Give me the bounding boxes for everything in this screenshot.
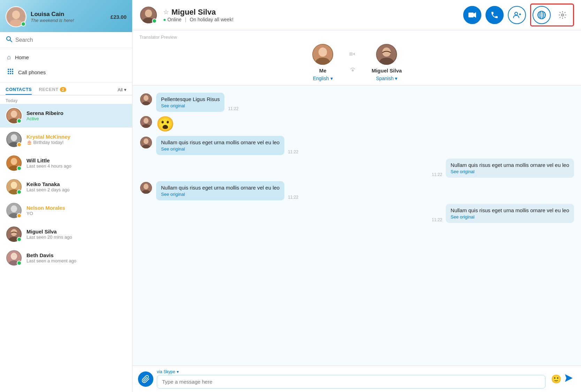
list-item[interactable]: Keiko Tanaka Last seen 2 days ago <box>0 175 132 199</box>
profile-balance: £23.00 <box>110 14 127 20</box>
list-item[interactable]: Will Little Last seen 4 hours ago <box>0 151 132 175</box>
send-button[interactable] <box>564 374 573 385</box>
see-original-link[interactable]: See original <box>451 214 569 220</box>
svg-line-4 <box>10 40 12 42</box>
contact-status: Last seen 4 hours ago <box>26 163 127 169</box>
input-actions: 🙂 <box>549 374 575 385</box>
message-avatar <box>139 93 153 106</box>
contact-name: Serena Ribeiro <box>26 110 127 116</box>
status-indicator <box>17 261 22 266</box>
list-item[interactable]: Nelson Morales YO <box>0 199 132 222</box>
status-indicator <box>17 213 22 218</box>
tab-all[interactable]: All ▾ <box>118 87 127 92</box>
add-contact-button[interactable] <box>508 6 526 24</box>
contact-info: Beth Davis Last seen a moment ago <box>26 252 127 263</box>
sidebar-item-home[interactable]: ⌂ Home <box>0 50 132 64</box>
contact-avatar-miguel <box>6 226 22 243</box>
tab-recent[interactable]: RECENT2 <box>39 85 66 95</box>
message-bubble: Nullam quis risus eget urna mollis ornar… <box>156 136 284 155</box>
table-row: Nullam quis risus eget urna mollis ornar… <box>139 204 574 223</box>
see-original-link[interactable]: See original <box>161 103 220 108</box>
audio-call-button[interactable] <box>486 6 504 24</box>
dialpad-icon <box>7 68 14 77</box>
contact-avatar-beth <box>6 249 22 266</box>
my-profile-avatar[interactable] <box>6 6 26 27</box>
settings-button[interactable] <box>553 6 572 24</box>
profile-bar: Louisa Cain The weekend is here! £23.00 <box>0 0 132 32</box>
search-input[interactable] <box>15 37 127 43</box>
chevron-down-icon[interactable]: ▾ <box>177 369 179 374</box>
svg-point-10 <box>12 71 13 72</box>
emoji-message: 😮 <box>156 115 174 132</box>
contact-info: Miguel Silva Last seen 20 mins ago <box>26 229 127 240</box>
svg-point-65 <box>144 138 148 144</box>
contact-name: Keiko Tanaka <box>26 181 127 187</box>
contact-info: Keiko Tanaka Last seen 2 days ago <box>26 181 127 192</box>
message-avatar <box>139 115 153 129</box>
translator-button[interactable] <box>533 6 551 24</box>
translator-row: Me English ▾ Miguel Silva Spanish ▾ <box>139 43 574 81</box>
input-bar: via Skype ▾ 🙂 <box>132 366 581 392</box>
nav-items: ⌂ Home Call phones <box>0 48 132 83</box>
see-original-link[interactable]: See original <box>161 146 280 152</box>
table-row: Nullam quis risus eget urna mollis ornar… <box>139 136 574 155</box>
svg-marker-70 <box>565 374 573 382</box>
svg-point-27 <box>11 205 17 212</box>
svg-rect-38 <box>468 13 474 17</box>
svg-point-6 <box>10 69 11 70</box>
svg-point-1 <box>12 10 20 19</box>
skype-link[interactable]: Skype <box>163 369 175 374</box>
recent-badge: 2 <box>60 87 67 92</box>
svg-marker-39 <box>474 12 476 18</box>
tab-contacts[interactable]: CONTACTS <box>6 85 32 95</box>
contact-list: Today Serena Ribeiro Active <box>0 95 132 392</box>
translator-toolbar-highlight <box>530 3 574 26</box>
svg-point-50 <box>319 47 327 56</box>
svg-point-18 <box>11 134 17 141</box>
translator-me-lang[interactable]: English ▾ <box>313 76 333 81</box>
svg-point-13 <box>12 73 13 74</box>
contact-avatar-krystal <box>6 131 22 148</box>
svg-point-68 <box>144 184 148 189</box>
see-original-link[interactable]: See original <box>161 192 280 197</box>
list-item[interactable]: Miguel Silva Last seen 20 mins ago <box>0 222 132 246</box>
contact-info: Nelson Morales YO <box>26 205 127 216</box>
sidebar-item-call-phones[interactable]: Call phones <box>0 64 132 80</box>
attach-button[interactable] <box>138 371 153 387</box>
sidebar: Louisa Cain The weekend is here! £23.00 … <box>0 0 132 392</box>
star-icon[interactable]: ☆ <box>163 8 169 16</box>
chevron-down-icon: ▾ <box>395 76 397 81</box>
list-item[interactable]: Krystal McKinney 🎂 Birthday today! <box>0 128 132 151</box>
search-icon <box>6 36 13 44</box>
translator-me: Me English ▾ <box>312 43 334 81</box>
svg-point-24 <box>11 182 17 189</box>
emoji-button[interactable]: 🙂 <box>551 374 561 384</box>
message-bubble: Pellentesque Ligus Risus See original <box>156 93 224 112</box>
translator-icons <box>348 51 358 74</box>
list-item[interactable]: Beth Davis Last seen a moment ago <box>0 246 132 270</box>
see-original-link[interactable]: See original <box>451 169 569 174</box>
message-bubble: Nullam quis risus eget urna mollis ornar… <box>156 181 284 200</box>
message-avatar <box>139 181 153 194</box>
contact-name: Nelson Morales <box>26 205 127 211</box>
svg-rect-52 <box>349 52 353 56</box>
message-time: 11:22 <box>228 106 238 112</box>
message-avatar <box>139 136 153 149</box>
translator-them-lang[interactable]: Spanish ▾ <box>376 76 398 81</box>
message-text: Nullam quis risus eget urna mollis ornar… <box>451 162 569 168</box>
message-time: 11:22 <box>288 149 298 155</box>
video-call-button[interactable] <box>463 6 481 24</box>
message-input[interactable] <box>157 375 545 389</box>
table-row: Nullam quis risus eget urna mollis ornar… <box>139 181 574 200</box>
chat-contact-name: ☆ Miguel Silva <box>163 8 458 17</box>
list-item[interactable]: Serena Ribeiro Active <box>0 104 132 128</box>
svg-point-40 <box>515 12 518 15</box>
svg-marker-53 <box>353 53 355 55</box>
contact-status: Last seen a moment ago <box>26 258 127 263</box>
header-actions <box>463 3 574 26</box>
translator-label: Translator Preview <box>139 34 574 40</box>
status-indicator <box>17 118 22 123</box>
chat-header-info: ☆ Miguel Silva ● Online | On holiday all… <box>163 8 458 22</box>
status-indicator <box>17 142 22 147</box>
contact-status: YO <box>26 211 127 216</box>
